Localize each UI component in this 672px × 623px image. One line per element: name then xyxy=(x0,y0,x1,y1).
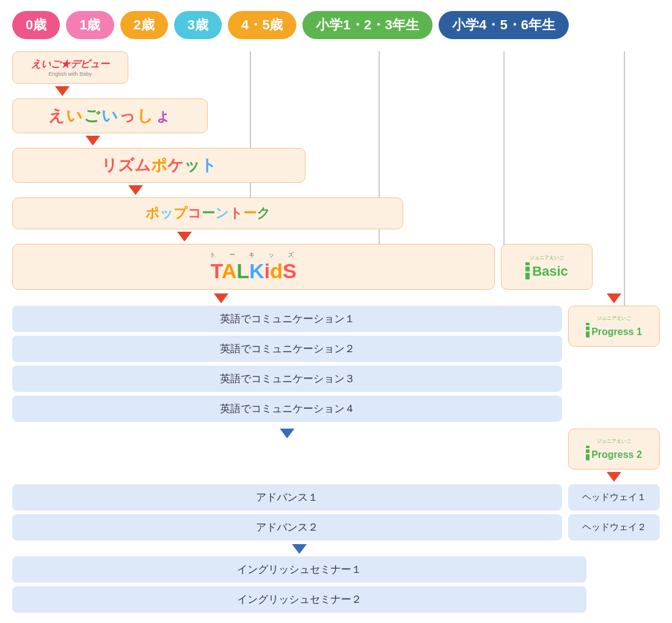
badge-123: 小学1・2・3年生 xyxy=(302,11,433,39)
main-area: えいご★デビュー English with Baby えいごいっしょ リズムポケ… xyxy=(0,51,672,613)
comm4-box: 英語でコミュニケーション４ xyxy=(12,396,562,422)
eigo-issho-box: えいごいっしょ xyxy=(12,98,208,133)
advance2-box: アドバンス２ xyxy=(12,514,562,540)
advance1-box: アドバンス１ xyxy=(12,484,562,511)
badge-3: 3歳 xyxy=(174,11,222,39)
badge-2: 2歳 xyxy=(120,11,168,39)
seminar1-box: イングリッシュセミナー１ xyxy=(12,556,586,583)
rhythm-box: リズムポケット xyxy=(12,148,305,183)
basic-box: ジュニアえいご Basic xyxy=(501,244,593,290)
seminar2-box: イングリッシュセミナー２ xyxy=(12,586,586,613)
comm2-box: 英語でコミュニケーション２ xyxy=(12,336,562,362)
headway1-box: ヘッドウェイ１ xyxy=(568,484,660,511)
legend: 進級コース 入会コース xyxy=(0,617,672,623)
progress1-box: ジュニアえいご Progress 1 xyxy=(568,306,660,347)
comm3-box: 英語でコミュニケーション３ xyxy=(12,366,562,392)
badge-456: 小学4・5・6年生 xyxy=(439,11,569,39)
progress2-box: ジュニアえいご Progress 2 xyxy=(568,429,660,470)
course-section: えいご★デビュー English with Baby えいごいっしょ リズムポケ… xyxy=(12,51,660,613)
progress1-container: ジュニアえいご Progress 1 xyxy=(568,306,660,347)
comm1-box: 英語でコミュニケーション１ xyxy=(12,306,562,332)
badge-0: 0歳 xyxy=(12,11,60,39)
age-badges-row: 0歳 1歳 2歳 3歳 4・5歳 小学1・2・3年生 小学4・5・6年生 xyxy=(0,0,672,45)
headway2-box: ヘッドウェイ２ xyxy=(568,514,660,540)
talkids-box: ト ー キ ッ ズ TALKidS xyxy=(12,244,495,290)
badge-1: 1歳 xyxy=(66,11,114,39)
badge-45: 4・5歳 xyxy=(228,11,296,39)
eigo-debut-box: えいご★デビュー English with Baby xyxy=(12,51,128,84)
popcorn-box: ポップコーントーク xyxy=(12,197,403,229)
